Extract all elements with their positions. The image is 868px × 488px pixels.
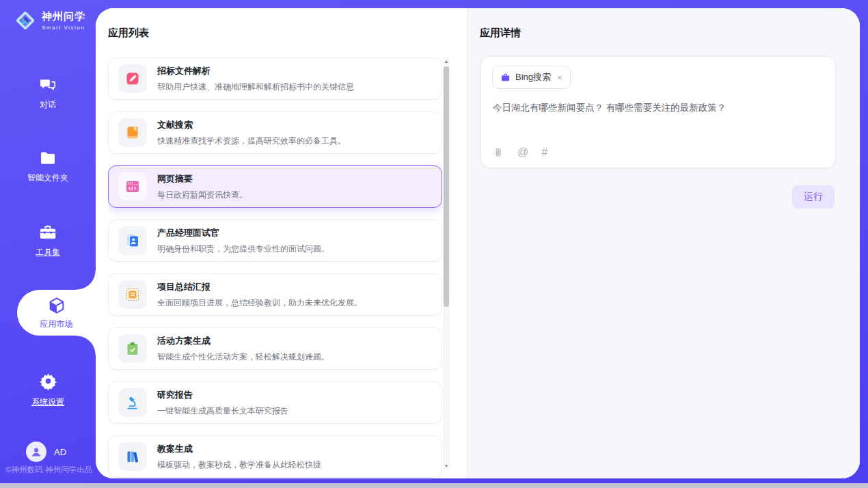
- mention-icon[interactable]: @: [517, 146, 528, 159]
- app-card-literature-search[interactable]: 文献搜索 快速精准查找学术资源，提高研究效率的必备工具。: [108, 111, 442, 154]
- brand-logo: 神州问学 Smart Vision: [14, 9, 85, 32]
- app-name: 教案生成: [157, 443, 321, 455]
- window-bottom-edge: [0, 483, 868, 488]
- brand-subtitle: Smart Vision: [42, 25, 85, 31]
- paperclip-icon[interactable]: [493, 147, 504, 159]
- query-text-input[interactable]: 今日湖北有哪些新闻要点？ 有哪些需要关注的最新政策？: [493, 102, 824, 114]
- clipboard-check-icon: [118, 334, 147, 363]
- app-card-web-summary[interactable]: 网页摘要 每日政府新闻资讯快查。: [108, 165, 442, 208]
- query-card: Bing搜索 × 今日湖北有哪些新闻要点？ 有哪些需要关注的最新政策？ @ #: [480, 56, 836, 168]
- briefcase-icon: [500, 72, 511, 83]
- note-icon: [118, 280, 147, 309]
- app-desc: 帮助用户快速、准确地理解和解析招标书中的关键信息: [157, 81, 354, 93]
- sidebar: 神州问学 Smart Vision 对话 智能文件夹: [0, 0, 96, 483]
- app-desc: 全面回顾项目进展，总结经验教训，助力未来优化发展。: [157, 297, 362, 309]
- pen-edit-icon: [118, 64, 147, 93]
- app-list: 招标文件解析 帮助用户快速、准确地理解和解析招标书中的关键信息 文献搜索: [108, 57, 442, 478]
- sidebar-item-label: 应用市场: [40, 318, 73, 330]
- scrollbar-thumb[interactable]: [444, 66, 449, 307]
- app-desc: 快速精准查找学术资源，提高研究效率的必备工具。: [157, 135, 346, 147]
- app-card-event-plan[interactable]: 活动方案生成 智能生成个性化活动方案，轻松解决规划难题。: [108, 327, 442, 370]
- app-window: 神州问学 Smart Vision 对话 智能文件夹: [0, 0, 868, 488]
- app-name: 网页摘要: [157, 173, 247, 185]
- app-desc: 每日政府新闻资讯快查。: [157, 189, 247, 201]
- sidebar-item-label: 智能文件夹: [27, 172, 68, 184]
- main-panel: 应用列表 招标文件解析 帮助用户快速、准确地理解和解析招标书中的关键信息: [96, 8, 860, 478]
- book-icon: [118, 118, 147, 147]
- app-name: 文献搜索: [157, 119, 346, 131]
- microscope-icon: [118, 388, 147, 417]
- app-name: 产品经理面试官: [157, 227, 329, 239]
- scroll-down-arrow-icon[interactable]: ▼: [443, 462, 450, 470]
- sidebar-item-label: 对话: [40, 99, 56, 111]
- app-detail-title: 应用详情: [480, 27, 521, 40]
- app-detail-pane: 应用详情 Bing搜索 × 今日湖北有哪些新闻要点？ 有哪些需要关注的最新政策？: [467, 8, 860, 478]
- chat-icon: [39, 77, 57, 93]
- app-card-lesson-plan[interactable]: 教案生成 模板驱动，教案秒成，教学准备从此轻松快捷: [108, 435, 442, 478]
- app-name: 招标文件解析: [157, 65, 354, 77]
- close-icon[interactable]: ×: [557, 72, 562, 83]
- app-card-project-summary[interactable]: 项目总结汇报 全面回顾项目进展，总结经验教训，助力未来优化发展。: [108, 273, 442, 316]
- sidebar-item-smart-folder[interactable]: 智能文件夹: [0, 150, 96, 184]
- app-desc: 明确身份和职责，为您提供专业性的面试问题。: [157, 243, 329, 255]
- folder-icon: [39, 150, 57, 166]
- sidebar-item-settings[interactable]: 系统设置: [0, 372, 96, 408]
- app-card-bid-analysis[interactable]: 招标文件解析 帮助用户快速、准确地理解和解析招标书中的关键信息: [108, 57, 442, 100]
- sidebar-item-label: 系统设置: [31, 396, 64, 408]
- app-name: 研究报告: [157, 389, 288, 401]
- avatar: [26, 442, 46, 462]
- app-card-research-report[interactable]: 研究报告 一键智能生成高质量长文本研究报告: [108, 381, 442, 424]
- diamond-logo-icon: [14, 9, 37, 32]
- app-card-pm-interviewer[interactable]: 产品经理面试官 明确身份和职责，为您提供专业性的面试问题。: [108, 219, 442, 262]
- user-initials: AD: [54, 447, 66, 457]
- sidebar-item-toolset[interactable]: 工具集: [0, 224, 96, 258]
- books-icon: [118, 442, 147, 471]
- toolbox-icon: [38, 224, 57, 241]
- tool-tag-bing-search[interactable]: Bing搜索 ×: [492, 66, 571, 89]
- app-list-pane: 应用列表 招标文件解析 帮助用户快速、准确地理解和解析招标书中的关键信息: [96, 8, 467, 478]
- browser-code-icon: [118, 172, 147, 201]
- copyright-footer: ©神州数码·神州问学出品: [5, 465, 92, 475]
- app-name: 项目总结汇报: [157, 281, 362, 293]
- interviewer-icon: [118, 226, 147, 255]
- app-list-title: 应用列表: [108, 27, 149, 40]
- input-action-row: @ #: [493, 146, 547, 159]
- list-scrollbar[interactable]: ▲ ▼: [443, 57, 450, 470]
- user-account[interactable]: AD: [26, 442, 66, 462]
- app-desc: 模板驱动，教案秒成，教学准备从此轻松快捷: [157, 459, 321, 471]
- sidebar-item-chat[interactable]: 对话: [0, 77, 96, 111]
- app-desc: 一键智能生成高质量长文本研究报告: [157, 405, 288, 417]
- hashtag-icon[interactable]: #: [541, 146, 547, 159]
- cube-icon: [47, 296, 66, 315]
- app-name: 活动方案生成: [157, 335, 329, 347]
- sidebar-item-label: 工具集: [36, 247, 60, 258]
- scroll-up-arrow-icon[interactable]: ▲: [443, 57, 450, 66]
- gear-icon: [39, 372, 57, 390]
- app-desc: 智能生成个性化活动方案，轻松解决规划难题。: [157, 351, 329, 363]
- tool-tag-label: Bing搜索: [515, 71, 551, 83]
- run-button[interactable]: 运行: [792, 185, 835, 208]
- brand-name: 神州问学: [42, 10, 85, 23]
- sidebar-item-app-market[interactable]: 应用市场: [17, 290, 96, 336]
